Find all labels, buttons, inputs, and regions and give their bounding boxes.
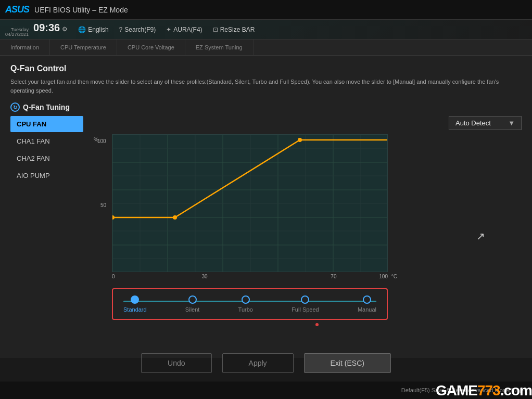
svg-point-24	[298, 138, 302, 142]
language-label: English	[88, 26, 108, 33]
chart-x-axis: 0 30 70 100 °C	[112, 272, 388, 279]
silent-label: Silent	[185, 306, 200, 313]
panel-title: Q-Fan Control	[10, 64, 522, 73]
chart-canvas	[112, 134, 388, 272]
x-unit-label: °C	[391, 274, 397, 279]
auto-detect-label: Auto Detect	[455, 119, 491, 127]
bottom-bar: Undo Apply Exit (ESC)	[0, 348, 532, 378]
fan-item-cha2[interactable]: CHA2 FAN	[10, 150, 83, 166]
x-label-0: 0	[112, 274, 115, 279]
qfan-section: CPU FAN CHA1 FAN CHA2 FAN AIO PUMP Auto …	[10, 116, 522, 339]
language-selector[interactable]: 🌐 English	[78, 26, 108, 33]
exit-button[interactable]: Exit (ESC)	[304, 353, 391, 373]
qfan-title: Q-Fan Tuning	[23, 103, 70, 111]
aura-button[interactable]: ✦ AURA(F4)	[166, 26, 202, 33]
profile-manual[interactable]: Manual	[358, 295, 376, 313]
search-label: Search(F9)	[124, 26, 156, 33]
topbar: Tuesday 04/27/2021 09:36 ⚙ 🌐 English ? S…	[0, 20, 532, 40]
auto-detect-button[interactable]: Auto Detect ▼	[449, 116, 522, 130]
manual-dot	[363, 295, 371, 304]
svg-point-22	[112, 215, 115, 220]
resize-bar-button[interactable]: ⊡ ReSize BAR	[213, 26, 255, 33]
tab-information[interactable]: Information	[0, 40, 50, 55]
x-label-30: 30	[201, 274, 207, 279]
full-speed-label: Full Speed	[292, 306, 319, 313]
profile-turbo[interactable]: Turbo	[238, 295, 253, 313]
search-button[interactable]: ? Search(F9)	[119, 26, 156, 33]
resize-label: ReSize BAR	[220, 26, 255, 33]
tab-cpu-temperature[interactable]: CPU Temperature	[50, 40, 117, 55]
chart-wrapper: % 100 50	[94, 134, 522, 339]
datetime: Tuesday 04/27/2021	[5, 28, 29, 37]
fan-item-aio[interactable]: AIO PUMP	[10, 168, 83, 184]
svg-point-23	[173, 215, 177, 220]
tab-ez-system-tuning[interactable]: EZ System Tuning	[185, 40, 254, 55]
profile-standard[interactable]: Standard	[123, 295, 147, 313]
profile-silent[interactable]: Silent	[185, 295, 200, 313]
dropdown-arrow-icon: ▼	[508, 119, 515, 127]
y-axis-100: 100	[97, 138, 106, 144]
resize-icon: ⊡	[213, 26, 218, 33]
chart-area: Auto Detect ▼ % 100 50	[94, 116, 522, 339]
x-label-100: 100	[379, 274, 388, 279]
globe-icon: 🌐	[78, 26, 86, 33]
fan-list: CPU FAN CHA1 FAN CHA2 FAN AIO PUMP	[10, 116, 83, 185]
footer: Default(F5) Save & Reset Advanced Mode(F…	[0, 381, 532, 399]
header-title: UEFI BIOS Utility – EZ Mode	[34, 6, 128, 14]
profile-slider-container: Standard Silent Turbo	[112, 288, 388, 320]
panel-description: Select your target fan and then move the…	[10, 78, 522, 95]
qfan-icon: ↻	[10, 102, 20, 112]
slider-nodes: Standard Silent Turbo	[123, 295, 376, 313]
profile-full-speed[interactable]: Full Speed	[292, 295, 319, 313]
manual-label: Manual	[358, 306, 376, 313]
fan-curve-chart	[112, 135, 388, 272]
auto-detect-row: Auto Detect ▼	[94, 116, 522, 130]
fan-item-cpu[interactable]: CPU FAN	[10, 116, 83, 132]
aura-label: AURA(F4)	[173, 26, 202, 33]
standard-dot	[131, 295, 139, 304]
turbo-dot	[242, 295, 250, 304]
silent-dot	[188, 295, 197, 304]
tab-cpu-core-voltage[interactable]: CPU Core Voltage	[117, 40, 185, 55]
turbo-label: Turbo	[238, 306, 253, 313]
y-axis-50: 50	[100, 202, 106, 208]
settings-icon[interactable]: ⚙	[62, 25, 68, 33]
full-speed-dot	[301, 295, 309, 304]
apply-button[interactable]: Apply	[222, 353, 294, 373]
date: 04/27/2021	[5, 32, 29, 37]
asus-logo: ASUS	[5, 4, 29, 15]
help-icon: ?	[119, 26, 123, 33]
x-label-70: 70	[331, 274, 336, 279]
standard-label: Standard	[123, 306, 147, 313]
header-bar: ASUS UEFI BIOS Utility – EZ Mode	[0, 0, 532, 20]
qfan-header: ↻ Q-Fan Tuning	[10, 102, 522, 112]
time: 09:36	[33, 22, 60, 33]
aura-icon: ✦	[166, 26, 171, 33]
red-indicator-dot	[315, 323, 319, 326]
footer-hints: Default(F5) Save & Reset Advanced Mode(F…	[401, 387, 527, 393]
nav-tabs: Information CPU Temperature CPU Core Vol…	[0, 40, 532, 56]
main-content: Q-Fan Control Select your target fan and…	[0, 56, 532, 358]
undo-button[interactable]: Undo	[141, 353, 211, 373]
fan-item-cha1[interactable]: CHA1 FAN	[10, 133, 83, 149]
